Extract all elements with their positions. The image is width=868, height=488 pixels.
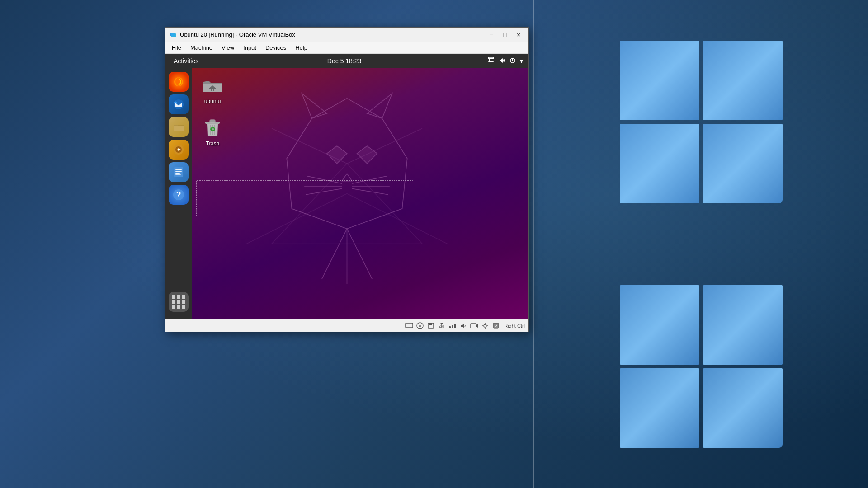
svg-line-20: [306, 188, 342, 194]
svg-rect-7: [488, 61, 494, 62]
activities-button[interactable]: Activities: [171, 57, 201, 65]
dock-icon-thunderbird[interactable]: [169, 94, 189, 114]
status-icon-capture[interactable]: [470, 321, 479, 330]
svg-marker-17: [342, 174, 352, 181]
svg-rect-5: [492, 57, 494, 59]
windows-logo-quad-bottom: [620, 285, 783, 448]
svg-line-23: [352, 188, 388, 194]
win-pane-tr: [703, 41, 783, 120]
svg-line-29: [247, 194, 347, 244]
svg-line-25: [347, 229, 373, 279]
gnome-clock[interactable]: Dec 5 18:23: [201, 57, 487, 65]
svg-rect-49: [210, 120, 215, 122]
virtualbox-window: Ubuntu 20 [Running] - Oracle VM VirtualB…: [165, 27, 529, 332]
ubuntu-vm-area: Activities Dec 5 18:23: [165, 54, 528, 319]
desktop-icons-area: ubuntu: [196, 72, 229, 157]
status-icon-floppy[interactable]: [426, 321, 435, 330]
show-apps-button[interactable]: [169, 292, 189, 312]
apps-grid-icon: [172, 295, 185, 309]
dock-icon-rhythmbox[interactable]: [169, 140, 189, 160]
svg-line-28: [347, 128, 423, 164]
gnome-topbar: Activities Dec 5 18:23: [165, 54, 528, 68]
win-pane2-bl: [620, 368, 699, 448]
svg-rect-4: [490, 57, 492, 59]
desktop-icon-trash[interactable]: ♻ Trash: [196, 114, 229, 150]
svg-rect-6: [489, 59, 490, 61]
win-logo-top-half: [533, 0, 868, 244]
power-tray-icon[interactable]: [509, 57, 516, 66]
win-pane-tl: [620, 41, 699, 120]
svg-rect-65: [449, 326, 451, 328]
svg-point-57: [417, 323, 423, 329]
topbar-dropdown-icon[interactable]: ▾: [520, 57, 523, 65]
svg-rect-40: [175, 171, 182, 172]
menu-input[interactable]: Input: [239, 43, 261, 52]
network-tray-icon[interactable]: [487, 57, 495, 66]
menubar: File Machine View Input Devices Help: [165, 42, 528, 54]
svg-rect-39: [175, 169, 182, 170]
volume-tray-icon[interactable]: [498, 57, 505, 66]
svg-marker-16: [357, 146, 377, 164]
win-pane-br: [703, 124, 783, 203]
menu-devices[interactable]: Devices: [261, 43, 291, 52]
titlebar-buttons: − □ ×: [485, 29, 525, 40]
svg-rect-3: [488, 57, 490, 59]
svg-rect-8: [491, 59, 491, 61]
svg-line-18: [307, 176, 342, 184]
win-logo-bottom-half: [533, 244, 868, 488]
titlebar-title: Ubuntu 20 [Running] - Oracle VM VirtualB…: [180, 31, 485, 38]
close-button[interactable]: ×: [512, 29, 525, 40]
trash-icon-label: Trash: [206, 141, 219, 147]
minimize-button[interactable]: −: [485, 29, 498, 40]
dock-icon-writer[interactable]: [169, 162, 189, 182]
menu-file[interactable]: File: [167, 43, 186, 52]
svg-marker-15: [327, 146, 347, 164]
windows-logo-quad-top: [620, 41, 783, 203]
win-pane2-br: [703, 368, 783, 448]
svg-line-21: [352, 176, 387, 184]
svg-text:♻: ♻: [210, 126, 216, 133]
svg-rect-41: [175, 173, 180, 174]
status-icon-cd[interactable]: [415, 321, 425, 330]
maximize-button[interactable]: □: [499, 29, 511, 40]
gnome-desktop[interactable]: ?: [165, 68, 528, 319]
svg-rect-69: [471, 324, 476, 328]
svg-point-63: [439, 326, 441, 328]
dock-icon-files[interactable]: [169, 117, 189, 137]
menu-help[interactable]: Help: [291, 43, 312, 52]
trash-icon-image: ♻: [202, 117, 223, 139]
win-pane2-tl: [620, 285, 699, 365]
dock-icon-firefox[interactable]: [169, 72, 189, 92]
gnome-systray: ▾: [487, 57, 523, 66]
gnome-dock: ?: [165, 68, 192, 319]
menu-view[interactable]: View: [217, 43, 239, 52]
vbox-icon: [169, 31, 177, 39]
status-icon-screen[interactable]: [405, 321, 414, 330]
status-icon-misc1[interactable]: [481, 321, 490, 330]
svg-rect-47: [212, 89, 213, 91]
svg-rect-64: [443, 326, 444, 327]
titlebar: Ubuntu 20 [Running] - Oracle VM VirtualB…: [165, 28, 528, 42]
status-icon-audio[interactable]: [459, 321, 468, 330]
svg-line-27: [272, 128, 347, 164]
menu-machine[interactable]: Machine: [186, 43, 217, 52]
status-icon-network[interactable]: [448, 321, 457, 330]
status-icon-misc2[interactable]: V: [491, 321, 500, 330]
dock-icon-help[interactable]: ?: [169, 185, 189, 205]
windows-logo-area: [533, 0, 868, 488]
svg-marker-14: [367, 94, 392, 119]
svg-rect-2: [170, 33, 174, 36]
svg-rect-54: [406, 323, 413, 328]
svg-line-24: [322, 229, 347, 279]
win-pane2-tr: [703, 285, 783, 365]
svg-point-58: [419, 325, 421, 327]
home-icon-image: [202, 75, 223, 96]
svg-rect-67: [454, 324, 456, 328]
svg-marker-68: [461, 324, 464, 328]
status-icon-usb[interactable]: [437, 321, 446, 330]
right-ctrl-label: Right Ctrl: [504, 323, 525, 328]
svg-marker-62: [440, 323, 443, 324]
svg-point-71: [484, 324, 486, 327]
desktop-icon-home[interactable]: ubuntu: [196, 72, 229, 107]
svg-marker-9: [500, 58, 503, 63]
